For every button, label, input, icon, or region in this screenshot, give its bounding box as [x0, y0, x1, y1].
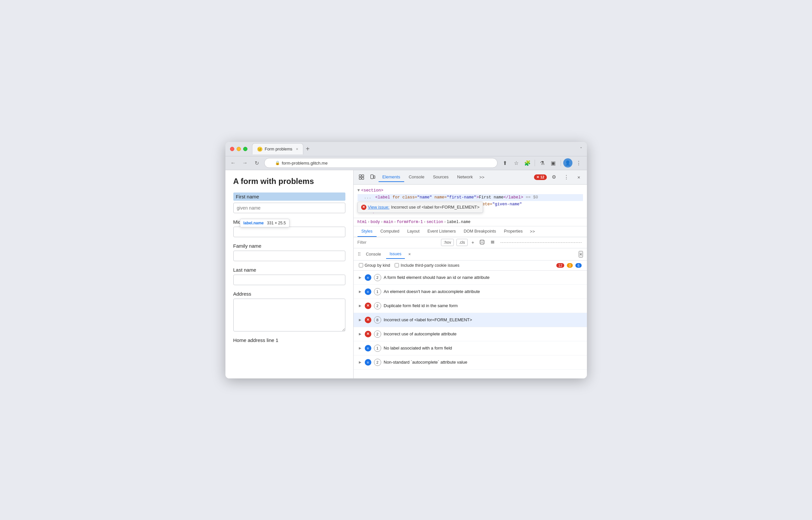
issues-tab-close[interactable]: × — [407, 251, 413, 257]
element-picker-button[interactable] — [356, 172, 367, 182]
extensions-button[interactable]: 🧩 — [523, 158, 532, 168]
last-name-input[interactable] — [233, 275, 346, 285]
warning-count-badge: 0 — [567, 263, 573, 268]
issue-label: An element doesn't have an autocomplete … — [384, 289, 582, 294]
pseudo-class-button[interactable]: :hov — [441, 239, 454, 246]
bottom-tab-issues[interactable]: Issues — [386, 250, 405, 259]
devtools-tab-console[interactable]: Console — [405, 173, 429, 182]
tab-list-button[interactable]: ˅ — [580, 147, 582, 151]
issues-list: ▶ ≡ 2 A form field element should have a… — [354, 271, 587, 379]
issues-filter-bar: Group by kind Include third-party cookie… — [354, 260, 587, 271]
devtools-tab-network[interactable]: Network — [453, 173, 477, 182]
tab-close-button[interactable]: × — [296, 147, 298, 151]
dom-line-section: ▼ <section> — [357, 187, 583, 194]
inline-tooltip-link[interactable]: View issue: — [368, 204, 390, 211]
first-name-input[interactable] — [233, 203, 346, 213]
error-count-badge2: 12 — [556, 263, 564, 268]
sub-tabs: Styles Computed Layout Event Listeners D… — [354, 226, 587, 237]
issue-expand-icon[interactable]: ▶ — [359, 346, 361, 350]
force-state-button[interactable] — [478, 239, 486, 246]
issue-type-icon: ✕ — [365, 303, 371, 309]
group-by-kind-checkbox[interactable] — [359, 263, 363, 267]
add-style-rule-button[interactable]: + — [470, 239, 476, 246]
breadcrumb-html[interactable]: html — [357, 220, 367, 224]
issue-row[interactable]: ▶ ≡ 2 Non-standard `autocomplete` attrib… — [354, 356, 587, 369]
bottom-panel-header: ⠿ Console Issues × × — [354, 248, 587, 260]
sub-tab-styles[interactable]: Styles — [357, 226, 377, 237]
breadcrumb-section[interactable]: section — [427, 220, 443, 224]
third-party-label[interactable]: Include third-party cookie issues — [395, 263, 459, 268]
share-button[interactable]: ⬆ — [500, 158, 510, 168]
devtools-tab-more[interactable]: >> — [478, 175, 486, 180]
refresh-button[interactable]: ↻ — [252, 158, 261, 167]
devtools-more-button[interactable]: ⋮ — [561, 172, 572, 182]
devtools-toggle-button[interactable]: ▣ — [549, 158, 558, 168]
new-tab-button[interactable]: + — [303, 145, 312, 153]
tooltip-element-name: label.name — [244, 221, 264, 225]
more-button[interactable]: ⋮ — [574, 158, 584, 168]
issue-row[interactable]: ▶ ≡ 2 A form field element should have a… — [354, 271, 587, 285]
breadcrumb-bar: html › body › main › form#form-1 › secti… — [354, 218, 587, 226]
address-input[interactable] — [233, 298, 346, 332]
breadcrumb-label[interactable]: label.name — [447, 220, 471, 224]
form-group-homeaddress: Home address line 1 — [233, 337, 346, 343]
back-button[interactable]: ← — [229, 158, 238, 167]
issue-row[interactable]: ▶ ≡ 1 No label associated with a form fi… — [354, 341, 587, 356]
maximize-traffic-light[interactable] — [243, 147, 248, 151]
breadcrumb-main[interactable]: main — [384, 220, 394, 224]
dom-line-label[interactable]: ... <label for class="name" name="first-… — [357, 194, 583, 201]
dom-area: ▼ <section> ... <label for class="name" … — [354, 185, 587, 218]
page-content: label.name 331 × 25.5 A form with proble… — [225, 170, 354, 379]
labs-button[interactable]: ⚗ — [537, 158, 547, 168]
breadcrumb-body[interactable]: body — [371, 220, 380, 224]
inline-tooltip: ✕ View issue: Incorrect use of <label fo… — [357, 202, 483, 213]
sub-tab-computed[interactable]: Computed — [377, 226, 404, 237]
devtools-settings-button[interactable]: ⚙ — [549, 172, 559, 182]
forward-button[interactable]: → — [240, 158, 250, 167]
filter-input[interactable] — [357, 240, 439, 245]
minimize-traffic-light[interactable] — [236, 147, 241, 151]
breadcrumb-form[interactable]: form#form-1 — [397, 220, 423, 224]
sub-tab-properties[interactable]: Properties — [500, 226, 527, 237]
devtools-tab-elements[interactable]: Elements — [379, 173, 404, 182]
devtools-tab-sources[interactable]: Sources — [429, 173, 453, 182]
bookmark-button[interactable]: ☆ — [511, 158, 521, 168]
issue-expand-icon[interactable]: ▶ — [359, 360, 361, 364]
expand-panel-button[interactable] — [489, 239, 497, 246]
issue-expand-icon[interactable]: ▶ — [359, 332, 361, 336]
drag-handle[interactable]: ⠿ — [357, 252, 361, 257]
issue-type-icon: ✕ — [365, 317, 371, 323]
sub-tab-more[interactable]: >> — [528, 229, 537, 234]
browser-tab[interactable]: 😐 Form problems × — [252, 143, 303, 154]
class-button[interactable]: .cls — [456, 239, 467, 246]
group-by-kind-label[interactable]: Group by kind — [359, 263, 390, 268]
devtools-close-button[interactable]: × — [574, 172, 584, 182]
info-count-badge: 6 — [576, 263, 581, 268]
third-party-checkbox[interactable] — [395, 263, 399, 267]
issue-row-highlighted[interactable]: ▶ ✕ 8 Incorrect use of <label for=FORM_E… — [354, 313, 587, 327]
issue-expand-icon[interactable]: ▶ — [359, 304, 361, 308]
sub-tab-layout[interactable]: Layout — [403, 226, 424, 237]
address-input[interactable]: 🔒 form-problems.glitch.me — [264, 158, 498, 168]
bottom-panel-close[interactable]: × — [579, 251, 583, 258]
issue-expand-icon[interactable]: ▶ — [359, 318, 361, 321]
close-traffic-light[interactable] — [230, 147, 234, 151]
dom-expand-section[interactable]: ▼ — [357, 187, 360, 194]
device-toolbar-button[interactable] — [367, 172, 378, 182]
browser-window: 😐 Form problems × + ˅ ← → ↻ 🔒 form-probl… — [225, 142, 587, 379]
issue-expand-icon[interactable]: ▶ — [359, 276, 361, 279]
issue-row[interactable]: ▶ ≡ 1 An element doesn't have an autocom… — [354, 285, 587, 299]
tab-bar: 😐 Form problems × + ˅ — [252, 143, 582, 154]
sub-tab-event-listeners[interactable]: Event Listeners — [424, 226, 460, 237]
issue-row[interactable]: ▶ ✕ 2 Duplicate form field id in the sam… — [354, 299, 587, 313]
family-name-input[interactable] — [233, 251, 346, 261]
address-label: Address — [233, 291, 346, 296]
group-by-kind-text: Group by kind — [365, 263, 390, 268]
issue-expand-icon[interactable]: ▶ — [359, 290, 361, 293]
bottom-tab-console[interactable]: Console — [363, 250, 384, 259]
profile-button[interactable]: 👤 — [563, 158, 573, 167]
main-area: label.name 331 × 25.5 A form with proble… — [225, 170, 587, 379]
sub-tab-dom-breakpoints[interactable]: DOM Breakpoints — [460, 226, 500, 237]
issue-row[interactable]: ▶ ✕ 2 Incorrect use of autocomplete attr… — [354, 327, 587, 341]
middle-name-input[interactable] — [233, 227, 346, 237]
